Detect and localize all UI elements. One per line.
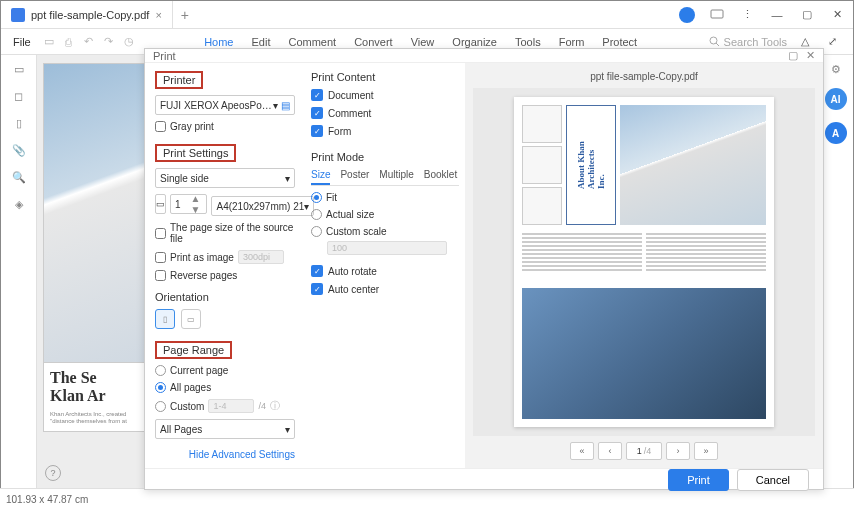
avatar[interactable] (675, 3, 699, 27)
bookmark-icon[interactable]: ◻ (14, 90, 23, 103)
menu-view[interactable]: View (411, 36, 435, 48)
pc-document-checkbox[interactable]: ✓Document (311, 89, 459, 101)
menu-organize[interactable]: Organize (452, 36, 497, 48)
pm-fit-radio[interactable]: Fit (311, 192, 459, 203)
more-icon[interactable]: ⋮ (735, 3, 759, 27)
print-button[interactable]: Print (668, 469, 729, 491)
pm-custom-scale-radio[interactable]: Custom scale (311, 226, 459, 237)
range-custom-radio[interactable]: Custom 1-4 /4 ⓘ (155, 399, 295, 413)
print-dialog: Print ▢ ✕ Printer FUJI XEROX ApeosPort-V… (144, 48, 824, 490)
find-icon[interactable]: 🔍 (12, 171, 26, 184)
attachment-icon[interactable]: 📎 (12, 144, 26, 157)
menu-comment[interactable]: Comment (288, 36, 336, 48)
doc-blurb: Khan Architects Inc., created "distance … (50, 411, 142, 425)
pm-tab-poster[interactable]: Poster (340, 169, 369, 185)
chevron-down-icon: ▾ (285, 173, 290, 184)
page-icon[interactable]: ▭ (14, 63, 24, 76)
copies-stepper[interactable]: 1▲▼ (170, 194, 207, 214)
print-content-label: Print Content (311, 71, 459, 83)
menu-edit[interactable]: Edit (251, 36, 270, 48)
hide-advanced-link[interactable]: Hide Advanced Settings (155, 449, 295, 460)
tab-close-icon[interactable]: × (155, 9, 161, 21)
new-tab-button[interactable]: + (173, 7, 197, 23)
undo-icon[interactable]: ↶ (79, 32, 99, 52)
redo-icon[interactable]: ↷ (99, 32, 119, 52)
pm-tab-booklet[interactable]: Booklet (424, 169, 457, 185)
save-icon[interactable]: ▭ (39, 32, 59, 52)
copies-icon: ▭ (155, 194, 166, 214)
chevron-down-icon: ▾ (285, 424, 290, 435)
ai-tool2-icon[interactable]: A (825, 122, 847, 144)
paper-dropdown[interactable]: A4(210x297mm) 21▾ (211, 196, 314, 216)
search-placeholder: Search Tools (724, 36, 787, 48)
search-tools[interactable]: Search Tools (703, 36, 793, 48)
document-preview: The Se Klan Ar Khan Architects Inc., cre… (43, 63, 149, 432)
print-mode-tabs: Size Poster Multiple Booklet (311, 169, 459, 186)
history-icon[interactable]: ◷ (119, 32, 139, 52)
status-bar: 101.93 x 47.87 cm (0, 488, 854, 510)
source-page-size-checkbox[interactable]: The page size of the source file (155, 222, 295, 244)
pm-tab-multiple[interactable]: Multiple (379, 169, 413, 185)
cancel-button[interactable]: Cancel (737, 469, 809, 491)
titlebar: ppt file-sample-Copy.pdf × + ⋮ — ▢ ✕ (1, 1, 853, 29)
printer-selected: FUJI XEROX ApeosPort-VI C3370 (160, 100, 273, 111)
main-menu: Home Edit Comment Convert View Organize … (204, 36, 637, 48)
pc-comment-checkbox[interactable]: ✓Comment (311, 107, 459, 119)
print-mode-label: Print Mode (311, 151, 459, 163)
window-minimize[interactable]: — (765, 3, 789, 27)
menu-home[interactable]: Home (204, 36, 233, 48)
window-close[interactable]: ✕ (825, 3, 849, 27)
window-maximize[interactable]: ▢ (795, 3, 819, 27)
thumbnail-icon[interactable]: ▯ (16, 117, 22, 130)
pager-first[interactable]: « (570, 442, 594, 460)
orientation-landscape[interactable]: ▭ (181, 309, 201, 329)
chat-icon[interactable] (705, 3, 729, 27)
sides-dropdown[interactable]: Single side▾ (155, 168, 295, 188)
all-pages-dropdown[interactable]: All Pages▾ (155, 419, 295, 439)
dialog-title: Print (153, 50, 176, 62)
expand-icon[interactable]: ⤢ (821, 30, 845, 54)
printer-props-icon[interactable]: ▤ (281, 100, 290, 111)
ai-tool-icon[interactable]: AI (825, 88, 847, 110)
print-icon[interactable]: ⎙ (59, 32, 79, 52)
properties-icon[interactable]: ⚙ (831, 63, 841, 76)
pm-scale-input: 100 (327, 241, 447, 255)
print-settings-section-label: Print Settings (155, 144, 236, 162)
printer-dropdown[interactable]: FUJI XEROX ApeosPort-VI C3370 ▾ ▤ (155, 95, 295, 115)
pm-auto-rotate-checkbox[interactable]: ✓Auto rotate (311, 265, 459, 277)
range-all-radio[interactable]: All pages (155, 382, 295, 393)
menu-convert[interactable]: Convert (354, 36, 393, 48)
pager-prev[interactable]: ‹ (598, 442, 622, 460)
menu-form[interactable]: Form (559, 36, 585, 48)
document-tab[interactable]: ppt file-sample-Copy.pdf × (1, 1, 173, 29)
pager-last[interactable]: » (694, 442, 718, 460)
file-menu[interactable]: File (5, 36, 39, 48)
help-icon[interactable]: ? (45, 465, 61, 481)
pm-actual-radio[interactable]: Actual size (311, 209, 459, 220)
pdf-icon (11, 8, 25, 22)
pc-form-checkbox[interactable]: ✓Form (311, 125, 459, 137)
reverse-pages-checkbox[interactable]: Reverse pages (155, 270, 295, 281)
tab-title: ppt file-sample-Copy.pdf (31, 9, 149, 21)
svg-rect-0 (711, 10, 723, 18)
pm-tab-size[interactable]: Size (311, 169, 330, 185)
range-current-radio[interactable]: Current page (155, 365, 295, 376)
status-coords: 101.93 x 47.87 cm (6, 494, 88, 505)
svg-point-1 (710, 37, 717, 44)
print-as-image-checkbox[interactable]: Print as image300dpi (155, 250, 295, 264)
info-icon[interactable]: ⓘ (270, 399, 280, 413)
preview-title: ppt file-sample-Copy.pdf (473, 71, 815, 82)
gray-print-checkbox[interactable]: Gray print (155, 121, 295, 132)
orientation-portrait[interactable]: ▯ (155, 309, 175, 329)
dialog-maximize-icon[interactable]: ▢ (788, 49, 798, 62)
pm-auto-center-checkbox[interactable]: ✓Auto center (311, 283, 459, 295)
preview-pager: « ‹ 1/4 › » (473, 442, 815, 460)
search-icon (709, 36, 720, 47)
dialog-close-icon[interactable]: ✕ (806, 49, 815, 62)
preview-rotated-text: About Khan Architects Inc. (576, 141, 606, 189)
menu-protect[interactable]: Protect (602, 36, 637, 48)
layers-icon[interactable]: ◈ (15, 198, 23, 211)
pager-next[interactable]: › (666, 442, 690, 460)
page-range-section-label: Page Range (155, 341, 232, 359)
menu-tools[interactable]: Tools (515, 36, 541, 48)
